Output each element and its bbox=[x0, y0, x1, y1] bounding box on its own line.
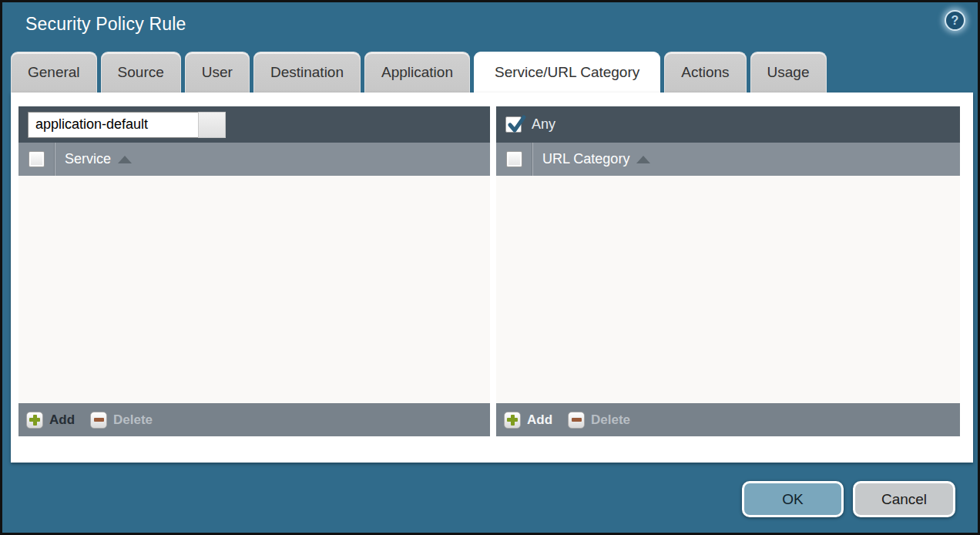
service-column-header-row: Service bbox=[18, 143, 490, 176]
service-type-input[interactable] bbox=[28, 112, 198, 138]
url-category-column-header-row: URL Category bbox=[496, 143, 960, 176]
service-add-button[interactable]: Add bbox=[26, 412, 75, 429]
url-category-list bbox=[496, 176, 960, 403]
delete-button-label: Delete bbox=[591, 412, 630, 428]
delete-icon bbox=[90, 412, 107, 429]
help-icon[interactable]: ? bbox=[945, 10, 965, 31]
service-footer-bar: Add Delete bbox=[18, 403, 490, 436]
url-category-delete-button[interactable]: Delete bbox=[568, 412, 630, 429]
tab-source[interactable]: Source bbox=[101, 52, 181, 93]
tab-label: Destination bbox=[270, 64, 344, 81]
tab-service-url-category[interactable]: Service/URL Category bbox=[474, 52, 660, 93]
delete-icon bbox=[568, 412, 585, 429]
url-category-add-button[interactable]: Add bbox=[504, 412, 552, 429]
tab-content-service-url-category: Service Add Delete bbox=[11, 93, 973, 463]
url-category-toolbar: Any bbox=[496, 106, 960, 143]
tab-label: Actions bbox=[681, 64, 729, 81]
service-delete-button[interactable]: Delete bbox=[90, 412, 153, 429]
service-list bbox=[18, 176, 490, 403]
tab-label: Service/URL Category bbox=[495, 64, 639, 81]
tab-general[interactable]: General bbox=[11, 52, 97, 93]
service-type-combobox bbox=[28, 112, 226, 138]
url-category-panel: Any URL Category Add Dele bbox=[496, 106, 960, 436]
service-toolbar bbox=[18, 106, 490, 143]
service-type-dropdown-button[interactable] bbox=[198, 112, 226, 138]
delete-button-label: Delete bbox=[113, 412, 153, 428]
add-button-label: Add bbox=[49, 412, 75, 428]
dialog-title: Security Policy Rule bbox=[25, 14, 186, 35]
tab-label: Application bbox=[381, 64, 453, 81]
add-icon bbox=[26, 412, 43, 429]
any-checkbox[interactable] bbox=[505, 116, 522, 133]
add-button-label: Add bbox=[527, 412, 552, 428]
sort-asc-icon bbox=[636, 156, 650, 163]
service-select-all-cell bbox=[18, 143, 55, 176]
tab-label: General bbox=[28, 64, 80, 81]
url-category-select-all-checkbox[interactable] bbox=[506, 151, 522, 167]
tab-bar: General Source User Destination Applicat… bbox=[11, 52, 827, 93]
service-select-all-checkbox[interactable] bbox=[29, 151, 45, 167]
service-column-header-label: Service bbox=[65, 151, 111, 167]
tab-label: User bbox=[202, 64, 233, 81]
url-category-footer-bar: Add Delete bbox=[496, 403, 960, 436]
tab-actions[interactable]: Actions bbox=[664, 52, 746, 93]
url-category-select-all-cell bbox=[496, 143, 532, 176]
tab-usage[interactable]: Usage bbox=[750, 52, 827, 93]
tab-label: Usage bbox=[767, 64, 810, 81]
tab-destination[interactable]: Destination bbox=[253, 52, 361, 93]
tab-user[interactable]: User bbox=[185, 52, 250, 93]
url-category-column-header-label: URL Category bbox=[542, 151, 629, 167]
security-policy-rule-dialog: Security Policy Rule ? General Source Us… bbox=[2, 2, 978, 533]
tab-label: Source bbox=[118, 64, 164, 81]
cancel-button[interactable]: Cancel bbox=[853, 481, 955, 517]
any-checkbox-label: Any bbox=[532, 116, 555, 133]
tab-application[interactable]: Application bbox=[364, 52, 470, 93]
add-icon bbox=[504, 412, 521, 429]
service-column-header[interactable]: Service bbox=[65, 151, 132, 167]
ok-button[interactable]: OK bbox=[742, 481, 844, 517]
sort-asc-icon bbox=[118, 156, 132, 163]
checkbox-checked-icon bbox=[507, 115, 527, 135]
service-panel: Service Add Delete bbox=[18, 106, 490, 436]
url-category-column-header[interactable]: URL Category bbox=[542, 151, 650, 167]
